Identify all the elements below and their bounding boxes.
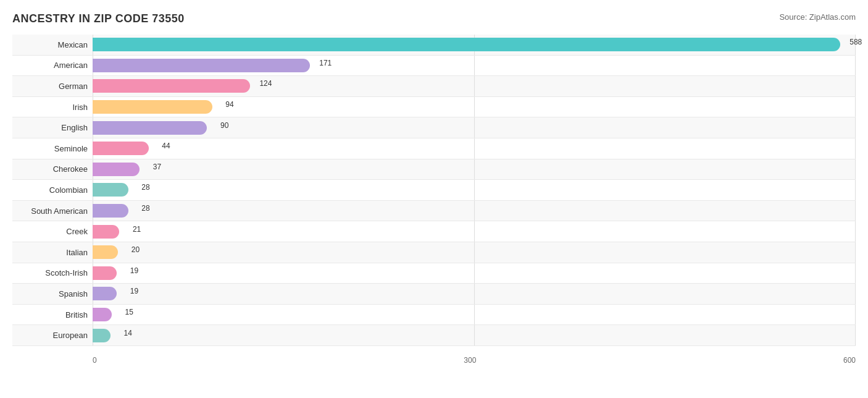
bar-label: Colombian (12, 185, 93, 195)
bar-row: British15 (12, 305, 856, 326)
bar-value: 15 (125, 308, 133, 316)
bar: 124 (93, 79, 250, 93)
bar-label: South American (12, 206, 93, 216)
bar: 44 (93, 142, 149, 155)
bar-label: British (12, 310, 93, 320)
bar: 14 (93, 329, 111, 342)
x-axis-label: 0 (93, 356, 97, 365)
chart-area: Mexican588American171German124Irish94Eng… (12, 35, 856, 365)
bar-label: English (12, 123, 93, 132)
bar-wrapper: 19 (93, 263, 856, 284)
bar-row: German124 (12, 76, 856, 97)
bar: 15 (93, 308, 112, 321)
bar-row: Creek21 (12, 221, 856, 242)
bar-row: Cherokee37 (12, 159, 856, 180)
bar-row: American171 (12, 56, 856, 77)
x-axis-label: 600 (843, 356, 856, 365)
bar-wrapper: 28 (93, 201, 856, 221)
bar-value: 124 (259, 79, 272, 88)
bar-wrapper: 37 (93, 159, 856, 180)
bar-value: 20 (131, 245, 140, 254)
bar-label: Spanish (12, 289, 93, 298)
bar-label: American (12, 61, 93, 70)
bar-wrapper: 20 (93, 242, 856, 263)
bar: 171 (93, 59, 310, 72)
source-label: Source: ZipAtlas.com (779, 12, 856, 22)
bar-wrapper: 588 (93, 35, 856, 55)
bar-row: European14 (12, 325, 856, 346)
bar: 90 (93, 121, 207, 135)
bar-row: South American28 (12, 201, 856, 222)
bar-wrapper: 28 (93, 180, 856, 200)
bar-wrapper: 171 (93, 56, 856, 76)
bar-row: Irish94 (12, 97, 856, 118)
bar: 19 (93, 287, 117, 300)
bar-value: 44 (162, 142, 170, 150)
bar-label: Mexican (12, 40, 93, 49)
bar-row: Spanish19 (12, 284, 856, 305)
bar: 28 (93, 204, 128, 218)
bar-label: Creek (12, 227, 93, 236)
x-axis: 0300600 (93, 356, 856, 365)
bar: 28 (93, 183, 128, 197)
bar-label: Irish (12, 103, 93, 112)
bar-value: 19 (130, 287, 138, 295)
bar-wrapper: 124 (93, 76, 856, 96)
chart-title: ANCESTRY IN ZIP CODE 73550 (12, 12, 856, 25)
bar: 94 (93, 100, 212, 114)
bar-value: 28 (141, 204, 149, 213)
bar-label: German (12, 82, 93, 91)
bar-value: 37 (153, 163, 161, 171)
bar-wrapper: 14 (93, 325, 856, 345)
bar: 588 (93, 38, 840, 51)
bar-row: Seminole44 (12, 138, 856, 159)
bar-value: 171 (319, 59, 332, 67)
bar-value: 94 (225, 100, 233, 109)
bar-value: 588 (849, 38, 862, 46)
bar-label: Seminole (12, 144, 93, 153)
bar-wrapper: 90 (93, 117, 856, 138)
bar-value: 19 (130, 266, 138, 275)
bar-row: Colombian28 (12, 180, 856, 201)
bar-label: Cherokee (12, 164, 93, 174)
bar-wrapper: 21 (93, 221, 856, 242)
bar-value: 90 (220, 121, 228, 130)
bar-row: Mexican588 (12, 35, 856, 56)
bar-row: Scotch-Irish19 (12, 263, 856, 284)
bar-value: 21 (133, 225, 141, 234)
bar-label: European (12, 331, 93, 340)
bar-label: Italian (12, 248, 93, 257)
bars-section: Mexican588American171German124Irish94Eng… (12, 35, 856, 346)
bar: 21 (93, 225, 119, 239)
bar-label: Scotch-Irish (12, 268, 93, 277)
bar-value: 14 (123, 329, 131, 337)
bar-row: Italian20 (12, 242, 856, 263)
chart-container: ANCESTRY IN ZIP CODE 73550 Source: ZipAt… (0, 0, 868, 398)
bar-wrapper: 94 (93, 97, 856, 117)
bar: 19 (93, 266, 117, 280)
bar-wrapper: 19 (93, 284, 856, 304)
bar: 37 (93, 163, 140, 176)
bar: 20 (93, 245, 118, 259)
bar-value: 28 (141, 183, 149, 192)
bar-row: English90 (12, 117, 856, 138)
x-axis-label: 300 (464, 356, 476, 365)
bar-wrapper: 44 (93, 138, 856, 159)
bar-wrapper: 15 (93, 305, 856, 325)
